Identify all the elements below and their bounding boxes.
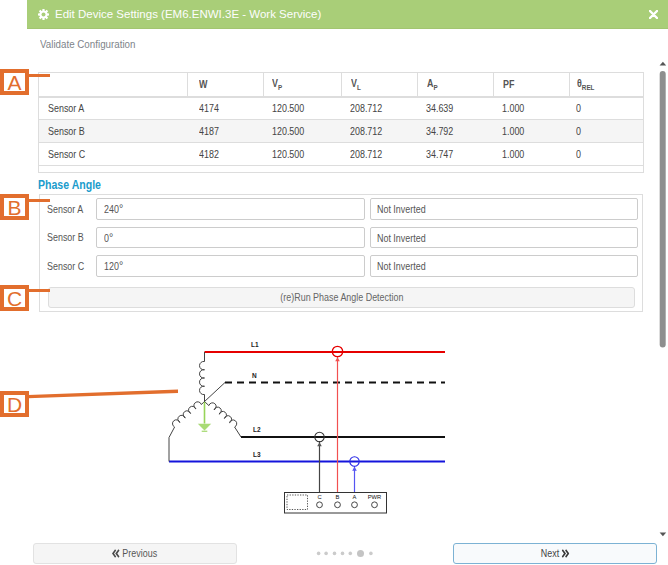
svg-text:N: N [252,372,257,379]
svg-text:PWR: PWR [368,494,382,500]
svg-text:L3: L3 [253,451,261,458]
svg-text:B: B [336,494,340,500]
svg-text:L2: L2 [253,426,261,433]
svg-text:L1: L1 [251,341,259,348]
svg-text:A: A [353,494,357,500]
svg-text:C: C [317,494,321,500]
